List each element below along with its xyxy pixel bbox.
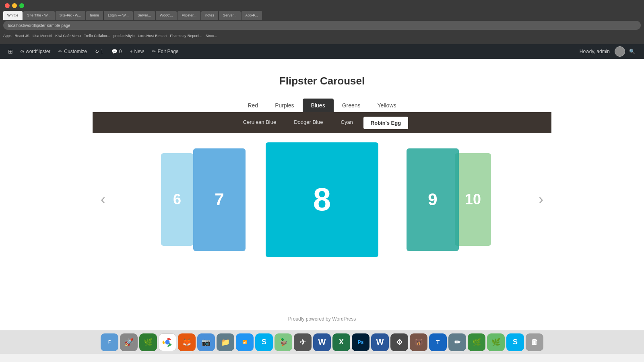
card-number: 6	[173, 191, 181, 208]
dock-folder1[interactable]: 📁	[217, 333, 234, 351]
maximize-button[interactable]	[19, 3, 24, 8]
comments-icon: 💬	[111, 49, 118, 54]
card-8[interactable]: 8	[266, 142, 378, 257]
updates-icon: ↻	[95, 49, 99, 54]
comments-button[interactable]: 💬 0	[107, 44, 126, 59]
browser-tab[interactable]: Server...	[219, 11, 241, 20]
category-tabs: Red Purples Blues Greens Yellows	[239, 99, 405, 112]
carousel-next-button[interactable]: ›	[535, 187, 547, 212]
cards-container: 6 7 8 9 10	[141, 141, 503, 258]
subtab-cyan[interactable]: Cyan	[334, 116, 360, 130]
dock-cyberduck[interactable]: 🦆	[275, 333, 292, 351]
browser-tab[interactable]: home	[86, 11, 103, 20]
search-button[interactable]: 🔍	[625, 44, 639, 59]
address-bar[interactable]: localhost/wordflipster-sample-page	[3, 21, 641, 30]
dock-sequel[interactable]: ⚙	[390, 333, 408, 351]
wp-logo-button[interactable]: ⊞	[5, 44, 16, 59]
subtab-dodger[interactable]: Dodger Blue	[287, 116, 330, 130]
edit-page-button[interactable]: ✏ Edit Page	[148, 44, 182, 59]
wordpress-icon: ⊞	[8, 48, 13, 55]
dock-ps[interactable]: Ps	[352, 333, 369, 351]
dock-excel[interactable]: X	[332, 333, 350, 351]
bookmark-stroc[interactable]: Stroc...	[205, 34, 217, 38]
dock-chrome[interactable]	[159, 333, 176, 351]
dock-finder[interactable]: F	[101, 333, 118, 351]
card-number: 9	[428, 190, 437, 209]
dock-bear[interactable]: 🐻	[410, 333, 427, 351]
browser-tab[interactable]: WooC...	[156, 11, 177, 20]
browser-tab[interactable]: Site-Fix - W...	[56, 11, 85, 20]
card-7[interactable]: 7	[193, 148, 246, 251]
subtab-robins-egg[interactable]: Robin's Egg	[363, 117, 408, 129]
updates-button[interactable]: ↻ 1	[91, 44, 107, 59]
new-label: New	[134, 49, 144, 54]
browser-tab[interactable]: App-F...	[242, 11, 262, 20]
card-9[interactable]: 9	[407, 148, 459, 251]
dock-firefox[interactable]: 🦊	[178, 333, 196, 351]
page-content: Flipster Carousel Red Purples Blues Gree…	[0, 59, 644, 308]
customize-label: Customize	[64, 49, 87, 54]
dock-word2[interactable]: W	[371, 333, 389, 351]
site-name-label: wordflipster	[26, 49, 50, 54]
dock-sketchbook[interactable]: ✏	[448, 333, 466, 351]
card-6[interactable]: 6	[161, 153, 193, 246]
dock-wifi[interactable]: 📶	[236, 333, 254, 351]
card-number: 8	[313, 181, 331, 218]
bookmark-lisa[interactable]: Lisa Monetti	[33, 34, 52, 38]
site-name-button[interactable]: ⊙ wordflipster	[16, 44, 54, 59]
avatar[interactable]	[615, 46, 625, 57]
minimize-button[interactable]	[12, 3, 17, 8]
updates-count: 1	[101, 49, 103, 54]
tab-red[interactable]: Red	[239, 99, 266, 112]
dock-leaf[interactable]: 🌿	[139, 333, 157, 351]
dock-skype2[interactable]: S	[506, 333, 524, 351]
dock-leaf3[interactable]: 🌿	[487, 333, 505, 351]
tab-greens[interactable]: Greens	[334, 99, 369, 112]
customize-button[interactable]: ✏ Customize	[54, 44, 91, 59]
tab-purples[interactable]: Purples	[266, 99, 302, 112]
howdy-text: Howdy, admin	[576, 49, 613, 54]
comments-count: 0	[119, 49, 122, 54]
card-10[interactable]: 10	[455, 153, 491, 246]
subtab-cerulean[interactable]: Cerulean Blue	[236, 116, 283, 130]
admin-bar-right: Howdy, admin 🔍	[576, 44, 639, 59]
bookmark-trello[interactable]: Trello Collabor...	[84, 34, 110, 38]
new-content-button[interactable]: + New	[126, 44, 148, 59]
dock-mail[interactable]: ✈	[294, 333, 312, 351]
browser-tab[interactable]: Server...	[134, 11, 155, 20]
bookmark-kiwi[interactable]: Kiwi Cafe Menu	[56, 34, 81, 38]
dock-photos[interactable]: 📷	[197, 333, 215, 351]
tab-yellows[interactable]: Yellows	[369, 99, 405, 112]
carousel-prev-button[interactable]: ‹	[97, 187, 109, 212]
dock-launchpad[interactable]: 🚀	[120, 333, 138, 351]
bookmark-productivity[interactable]: productivityio	[114, 34, 135, 38]
bookmark-localhost[interactable]: LocalHost-Restart	[138, 34, 167, 38]
bookmark-react[interactable]: React JS	[15, 34, 30, 38]
dock-leaf2[interactable]: 🌿	[468, 333, 485, 351]
card-number: 7	[215, 190, 224, 209]
carousel-title: Flipster Carousel	[279, 75, 365, 87]
dock-skype[interactable]: S	[255, 333, 273, 351]
browser-traffic-lights	[0, 0, 644, 10]
subtabs-bar: Cerulean Blue Dodger Blue Cyan Robin's E…	[93, 112, 551, 133]
browser-tab[interactable]: Flipster...	[178, 11, 200, 20]
dock-trash[interactable]: 🗑	[526, 333, 543, 351]
edit-page-label: Edit Page	[157, 49, 178, 54]
tab-blues[interactable]: Blues	[303, 99, 334, 112]
dock-word[interactable]: W	[313, 333, 331, 351]
close-button[interactable]	[5, 3, 10, 8]
bookmark-apps[interactable]: Apps	[3, 34, 12, 38]
dock-transmit[interactable]: T	[429, 333, 447, 351]
page-footer: Proudly powered by WordPress	[0, 308, 644, 330]
search-icon: 🔍	[629, 49, 635, 54]
bookmark-pharmacy[interactable]: Pharmacy-Reporti...	[170, 34, 202, 38]
url-text: localhost/wordflipster-sample-page	[8, 23, 70, 28]
mac-dock: F 🚀 🌿 🦊 📷 📁 📶 S 🦆 ✈ W X Ps W ⚙ 🐻 T ✏ 🌿 🌿…	[0, 330, 644, 354]
browser-tab-active[interactable]: Whittle	[3, 11, 23, 20]
browser-tab[interactable]: notes	[201, 11, 218, 20]
browser-tab[interactable]: Site Title - W...	[23, 11, 55, 20]
brush-icon: ✏	[58, 49, 62, 54]
browser-tab[interactable]: Login — W...	[104, 11, 133, 20]
bookmarks-bar: Apps React JS Lisa Monetti Kiwi Cafe Men…	[0, 31, 644, 40]
carousel-area: ‹ 6 7 8 9 10 ›	[93, 133, 551, 266]
